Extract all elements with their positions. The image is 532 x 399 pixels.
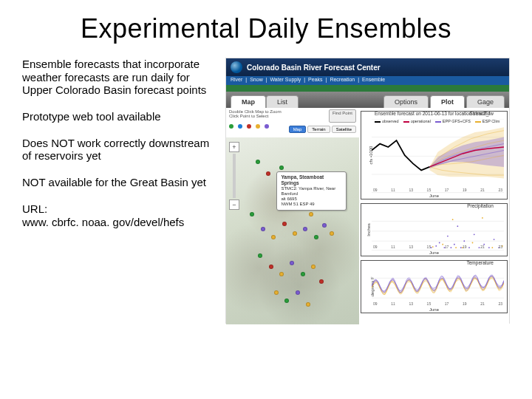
map-btn-terrain[interactable]: Terrain [307, 126, 330, 133]
chart-label: Streamflow [469, 111, 494, 116]
site-subnav [226, 85, 509, 92]
tab-bar: Map List Options Plot Gage [226, 92, 509, 108]
chart-temperature: Temperature degrees F 0911 [361, 260, 508, 313]
noaa-logo-icon [231, 61, 242, 73]
map-type-control[interactable]: Map Terrain Satellite [289, 126, 356, 133]
bullet-3: Does NOT work correctly downstream of re… [22, 137, 218, 163]
svg-point-13 [447, 236, 449, 237]
tab-options[interactable]: Options [383, 95, 429, 108]
map-btn-map[interactable]: Map [289, 126, 307, 133]
svg-point-11 [439, 242, 440, 244]
xticks: 0911 1315 1719 2123 [373, 188, 502, 192]
bullet-4: NOT available for the Great Basin yet [22, 176, 218, 189]
tab-plot[interactable]: Plot [430, 95, 465, 108]
chart-precip: Precipitation Inches [361, 203, 508, 256]
plot-panel: Ensemble forecast on 2011-06-13 for loca… [359, 108, 509, 324]
svg-point-28 [452, 219, 454, 220]
embedded-screenshot: Colorado Basin River Forecast Center Riv… [225, 58, 510, 324]
chart-streamflow: Ensemble forecast on 2011-06-13 for loca… [361, 111, 508, 200]
bullet-1: Ensemble forecasts that incorporate weat… [22, 58, 218, 97]
tab-list[interactable]: List [266, 95, 299, 108]
zoom-in-icon[interactable]: + [229, 142, 239, 152]
svg-point-16 [457, 225, 458, 227]
zoom-out-icon[interactable]: − [229, 200, 239, 210]
svg-point-30 [472, 242, 474, 244]
slide-title: Experimental Daily Ensembles [22, 13, 510, 44]
tab-map[interactable]: Map [231, 95, 266, 108]
site-title: Colorado Basin River Forecast Center [247, 64, 381, 72]
text-column: Ensemble forecasts that incorporate weat… [22, 58, 218, 324]
find-point-button[interactable]: Find Point [329, 109, 356, 123]
url-line: URL: www. cbrfc. noaa. gov/devel/hefs [22, 202, 218, 228]
svg-point-31 [482, 217, 483, 219]
svg-point-20 [474, 233, 475, 235]
zoom-control[interactable]: + − [229, 142, 239, 210]
map-btn-satellite[interactable]: Satellite [332, 126, 356, 133]
svg-point-18 [463, 240, 465, 242]
svg-point-24 [494, 239, 495, 240]
map-canvas[interactable]: + − [226, 137, 359, 324]
site-header: Colorado Basin River Forecast Center [226, 58, 509, 76]
streamflow-svg [372, 119, 504, 194]
site-nav: River| Snow| Water Supply| Peaks| Recrea… [226, 76, 509, 85]
bullet-2: Prototype web tool available [22, 110, 218, 123]
map-panel: Double Click Map to Zoom Click Point to … [226, 108, 359, 324]
map-hint-2: Click Point to Select [229, 114, 282, 118]
map-tooltip: Yampa, Steamboat Springs STMC2: Yampa Ri… [276, 171, 347, 211]
tab-gage[interactable]: Gage [466, 95, 505, 108]
